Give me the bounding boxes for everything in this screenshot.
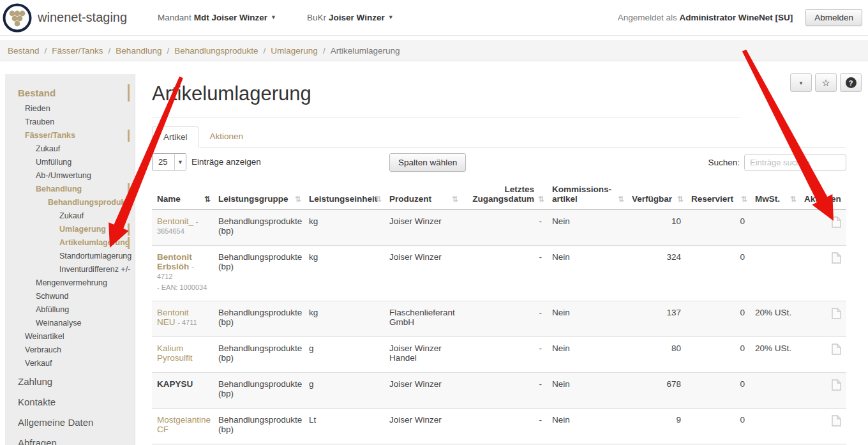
- column-header[interactable]: Produzent ⇅: [384, 181, 461, 210]
- page-length-select[interactable]: 25 ▼: [152, 153, 186, 170]
- column-header[interactable]: Kommissions- artikel ⇅: [547, 181, 627, 210]
- sidebar-item[interactable]: Trauben: [5, 116, 135, 129]
- sidebar-item[interactable]: Mengenvermehrung: [5, 276, 135, 290]
- sort-icon[interactable]: ⇅: [452, 195, 458, 204]
- sort-icon[interactable]: ⇅: [375, 195, 382, 204]
- cell-leistungsgruppe: Behandlungsprodukte (bp): [213, 210, 304, 246]
- cell-name: Bentonit Erbslöh - 4712 - EAN: 1000034: [152, 246, 213, 301]
- column-header[interactable]: Verfügbar ⇅: [627, 181, 686, 210]
- column-header[interactable]: Name ⇅: [152, 181, 213, 210]
- table-row: Bentonit Erbslöh - 4712 - EAN: 1000034 B…: [152, 246, 846, 301]
- sidebar-item[interactable]: Zukauf: [5, 209, 135, 223]
- cell-verfuegbar: 9: [627, 409, 686, 444]
- document-icon[interactable]: [832, 252, 841, 264]
- sidebar-item[interactable]: Weinartikel: [5, 330, 135, 343]
- page-toolbar: ▾ ☆ ?: [787, 73, 862, 92]
- sidebar-item[interactable]: Abfüllung: [5, 303, 135, 317]
- column-header[interactable]: Letztes Zugangsdatum ⇅: [461, 181, 547, 210]
- sidebar-item[interactable]: Bestand: [5, 84, 135, 102]
- article-link[interactable]: Bentonit_: [157, 216, 193, 226]
- breadcrumb-item[interactable]: Umlagerung: [258, 46, 318, 56]
- logout-button[interactable]: Abmelden: [805, 9, 862, 26]
- breadcrumb-item[interactable]: Bestand: [8, 46, 40, 56]
- sidebar-item[interactable]: Zahlung: [5, 372, 135, 391]
- cell-letztes-zugangsdatum: -: [461, 246, 547, 301]
- column-header[interactable]: Aktionen: [799, 181, 846, 210]
- document-icon[interactable]: [832, 216, 841, 228]
- document-icon[interactable]: [832, 415, 841, 426]
- column-header[interactable]: MwSt. ⇅: [750, 181, 799, 210]
- sort-icon[interactable]: ⇅: [677, 195, 684, 204]
- sidebar-item[interactable]: Inventurdifferenz +/-: [5, 263, 135, 276]
- cell-verfuegbar: 678: [627, 373, 686, 409]
- sort-icon[interactable]: ⇅: [204, 195, 211, 204]
- sort-icon[interactable]: ⇅: [741, 195, 747, 204]
- sidebar-item[interactable]: Verbrauch: [5, 343, 135, 357]
- cell-aktionen: [799, 210, 846, 246]
- favorite-star-button[interactable]: ☆: [815, 73, 837, 92]
- breadcrumb-item[interactable]: Fässer/Tanks: [40, 46, 103, 56]
- sidebar-item[interactable]: Umfüllung: [5, 156, 135, 169]
- mandant-dropdown[interactable]: MandantMdt Joiser Winzer▼: [158, 13, 276, 22]
- sort-icon[interactable]: ⇅: [295, 195, 301, 204]
- column-header[interactable]: Leistungsgruppe ⇅: [213, 181, 304, 210]
- article-link[interactable]: Mostgelantine CF: [157, 415, 211, 434]
- cell-reserviert: 0: [686, 301, 750, 337]
- cell-mwst: 20% USt.: [750, 337, 799, 373]
- cell-leistungseinheit: g: [304, 373, 384, 409]
- breadcrumb-item[interactable]: Behandlungsprodukte: [161, 46, 258, 56]
- cell-aktionen: [799, 409, 846, 444]
- document-icon[interactable]: [832, 379, 841, 391]
- cell-leistungsgruppe: Behandlungsprodukte (bp): [213, 409, 304, 444]
- sort-icon[interactable]: ⇅: [618, 195, 624, 204]
- document-icon[interactable]: [832, 343, 841, 355]
- title-divider: [152, 117, 740, 117]
- column-header[interactable]: Leistungseinheit ⇅: [304, 181, 384, 210]
- sidebar-item[interactable]: Allgemeine Daten: [5, 413, 135, 432]
- sidebar-item[interactable]: Standortumlagerung: [5, 250, 135, 263]
- breadcrumb-item[interactable]: Behandlung: [103, 46, 162, 56]
- sidebar-item[interactable]: Rieden: [5, 102, 135, 116]
- articles-table: Name ⇅ Leistungsgruppe ⇅ Leistungseinhei…: [152, 181, 846, 445]
- article-link[interactable]: KAPYSU: [157, 379, 193, 389]
- sidebar-item[interactable]: Kontakte: [5, 393, 135, 411]
- column-header-label: Reserviert: [691, 194, 733, 204]
- app-title: winenet-staging: [38, 10, 127, 25]
- article-link[interactable]: Kalium Pyrosulfit: [157, 343, 193, 363]
- choose-columns-button[interactable]: Spalten wählen: [389, 153, 466, 172]
- sidebar-item[interactable]: Weinanalyse: [5, 317, 135, 330]
- article-link[interactable]: Bentonit Erbslöh: [157, 252, 192, 271]
- sidebar-item[interactable]: Umlagerung: [5, 223, 135, 236]
- main-content: ▾ ☆ ? Artikelumlagerung Artikel Aktionen…: [135, 61, 868, 445]
- sidebar-item[interactable]: Behandlung: [5, 183, 135, 196]
- sidebar-item[interactable]: Artikelumlagerung: [5, 236, 135, 250]
- tab[interactable]: Aktionen: [199, 126, 255, 147]
- table-controls: 25 ▼ Einträge anzeigen Spalten wählen Su…: [152, 153, 846, 174]
- cell-name: Kalium Pyrosulfit: [152, 337, 213, 373]
- column-header-label: Leistungseinheit: [309, 194, 377, 204]
- sort-icon[interactable]: ⇅: [790, 195, 797, 204]
- sidebar-item[interactable]: Verkauf: [5, 357, 135, 370]
- help-button[interactable]: ?: [840, 73, 862, 92]
- bukr-dropdown[interactable]: BuKrJoiser Winzer▼: [307, 13, 394, 22]
- cell-verfuegbar: 137: [627, 301, 686, 337]
- sidebar-item[interactable]: Ab-/Umwertung: [5, 169, 135, 183]
- page-options-dropdown-button[interactable]: ▾: [790, 73, 812, 92]
- sidebar-item[interactable]: Zukauf: [5, 142, 135, 156]
- breadcrumb-item[interactable]: Artikelumlagerung: [318, 46, 400, 56]
- document-icon[interactable]: [832, 308, 841, 319]
- search-input[interactable]: [744, 154, 846, 171]
- sort-icon[interactable]: ⇅: [538, 195, 544, 204]
- cell-produzent: Joiser Winzer: [384, 373, 461, 409]
- column-header-label: Leistungsgruppe: [218, 194, 288, 204]
- sidebar-item[interactable]: Abfragen: [5, 434, 135, 445]
- table-row: KAPYSU Behandlungsprodukte (bp) g Joiser…: [152, 373, 846, 409]
- sidebar-item[interactable]: Schwund: [5, 290, 135, 303]
- sidebar-item[interactable]: Behandlungsprodukte: [5, 196, 135, 209]
- tab[interactable]: Artikel: [152, 126, 199, 147]
- sidebar-item[interactable]: Fässer/Tanks: [5, 129, 135, 142]
- cell-reserviert: 0: [686, 210, 750, 246]
- column-header[interactable]: Reserviert ⇅: [686, 181, 750, 210]
- help-icon: ?: [846, 77, 857, 88]
- bukr-label: BuKr: [307, 13, 326, 22]
